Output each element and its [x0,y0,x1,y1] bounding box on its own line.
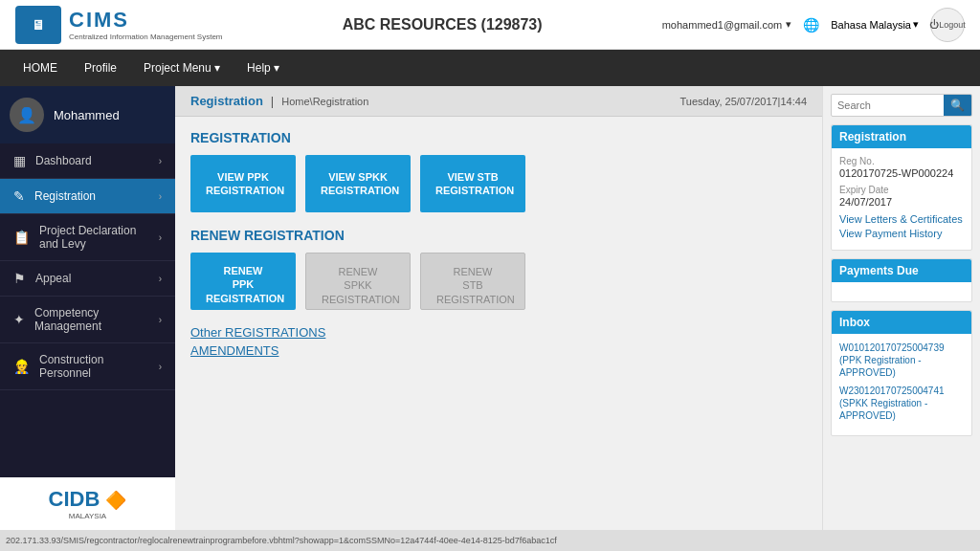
logout-button[interactable]: ⏻ Logout [930,8,965,42]
inbox-item-2[interactable]: W230120170725004741 (SPKK Registration -… [839,385,964,422]
registration-card-body: Reg No. 0120170725-WP000224 Expiry Date … [832,148,971,250]
sidebar-item-project-declaration[interactable]: 📋 Project Declarationand Levy › [0,214,175,261]
payments-due-header: Payments Due [832,259,971,282]
chevron-right-icon-5: › [159,315,162,325]
sidebar-item-competency[interactable]: ✦ CompetencyManagement › [0,297,175,343]
renew-spkk-button: RENEWSPKKREGISTRATION [305,253,411,310]
breadcrumb-bar: Registration | Home\Registration Tuesday… [175,86,822,117]
username-label: Mohammed [54,108,120,122]
user-profile: 👤 Mohammed [0,86,175,143]
registration-section-title: REGISTRATION [190,130,807,145]
payments-due-body [832,282,971,301]
sidebar-registration-label: Registration [34,189,96,203]
registration-icon: ✎ [13,188,25,204]
dropdown-arrow-icon: ▾ [786,18,791,31]
view-stb-button[interactable]: VIEW STBREGISTRATION [420,155,525,212]
breadcrumb: Registration | Home\Registration [190,94,368,108]
sidebar-item-construction[interactable]: 👷 Construction Personnel › [0,343,175,390]
other-links: Other REGISTRATIONS AMENDMENTS [190,325,807,358]
view-ppk-button[interactable]: VIEW PPKREGISTRATION [190,155,296,212]
nav-home[interactable]: HOME [10,54,71,82]
breadcrumb-date: Tuesday, 25/07/2017|14:44 [679,96,807,107]
nav-help[interactable]: Help ▾ [234,54,293,82]
search-box: 🔍 [831,94,972,117]
sidebar-item-appeal[interactable]: ⚑ Appeal › [0,261,175,297]
top-header: 🖥 CIMS Centralized Information Managemen… [0,0,980,50]
main-layout: 👤 Mohammed ▦ Dashboard › ✎ Registration … [0,86,980,530]
project-icon: 📋 [13,230,30,245]
avatar: 👤 [10,98,44,132]
inbox-card: Inbox W010120170725004739 (PPK Registrat… [831,310,972,436]
registration-card-header: Registration [832,125,971,148]
sidebar-item-dashboard[interactable]: ▦ Dashboard › [0,143,175,179]
reg-no-label: Reg No. [839,156,964,166]
logo-text: CIMS Centralized Information Management … [69,8,223,41]
registration-info-card: Registration Reg No. 0120170725-WP000224… [831,124,972,251]
chevron-right-icon-4: › [159,274,162,284]
inbox-body: W010120170725004739 (PPK Registration - … [832,334,971,435]
language-dropdown[interactable]: Bahasa Malaysia ▾ [831,18,919,31]
appeal-icon: ⚑ [13,271,26,286]
chevron-right-icon-6: › [159,362,162,372]
amendments-link[interactable]: AMENDMENTS [190,343,807,358]
sidebar-construction-label: Construction Personnel [39,353,159,380]
renew-section-title: RENEW REGISTRATION [190,228,807,243]
renew-ppk-button[interactable]: RENEWPPKREGISTRATION [190,253,296,310]
globe-icon: 🌐 [803,17,819,33]
status-bar: 202.171.33.93/SMIS/regcontractor/regloca… [0,530,980,551]
lang-dropdown-arrow-icon: ▾ [913,18,919,31]
view-letters-link[interactable]: View Letters & Certificates [839,213,964,225]
page-title: ABC RESOURCES (129873) [343,16,543,33]
renew-stb-button: RENEWSTBREGISTRATION [420,253,525,310]
cidb-sub: MALAYSIA [49,512,127,520]
sidebar-project-label: Project Declarationand Levy [39,224,136,251]
content-area: Registration | Home\Registration Tuesday… [175,86,822,530]
breadcrumb-path: Home\Registration [281,96,368,107]
email-text: mohammed1@gmail.com [662,19,783,31]
logo-box: 🖥 [15,6,61,44]
expiry-value: 24/07/2017 [839,196,964,208]
reg-no-value: 0120170725-WP000224 [839,167,964,179]
dashboard-icon: ▦ [13,153,26,168]
nav-profile[interactable]: Profile [71,54,130,82]
sidebar-dashboard-label: Dashboard [35,154,92,167]
view-spkk-button[interactable]: VIEW SPKKREGISTRATION [305,155,411,212]
sidebar-item-registration[interactable]: ✎ Registration › [0,179,175,214]
search-input[interactable] [832,96,944,115]
sidebar-competency-label: CompetencyManagement [34,306,101,333]
construction-icon: 👷 [13,359,30,374]
cims-title: CIMS [69,8,223,33]
main-content-body: REGISTRATION VIEW PPKREGISTRATION VIEW S… [175,117,822,371]
logo-area: 🖥 CIMS Centralized Information Managemen… [15,6,223,44]
language-text: Bahasa Malaysia [831,19,911,31]
cidb-text: CIDB 🔶 [49,487,127,512]
payments-due-card: Payments Due [831,258,972,302]
breadcrumb-title: Registration [190,94,263,108]
view-payment-link[interactable]: View Payment History [839,228,964,239]
header-right: mohammed1@gmail.com ▾ 🌐 Bahasa Malaysia … [662,8,965,42]
cidb-logo: CIDB 🔶 MALAYSIA [0,477,175,530]
nav-project-menu[interactable]: Project Menu ▾ [130,54,234,82]
sidebar: 👤 Mohammed ▦ Dashboard › ✎ Registration … [0,86,175,530]
other-registrations-link[interactable]: Other REGISTRATIONS [190,325,807,340]
inbox-item-1[interactable]: W010120170725004739 (PPK Registration - … [839,342,964,379]
inbox-header: Inbox [832,311,971,334]
chevron-right-icon-3: › [159,232,162,243]
logo-icon: 🖥 [32,17,45,33]
registration-buttons-row: VIEW PPKREGISTRATION VIEW SPKKREGISTRATI… [190,155,807,212]
nav-bar: HOME Profile Project Menu ▾ Help ▾ [0,50,980,86]
chevron-right-icon: › [159,156,162,166]
renew-buttons-row: RENEWPPKREGISTRATION RENEWSPKKREGISTRATI… [190,253,807,310]
search-button[interactable]: 🔍 [944,95,971,116]
right-panel: 🔍 Registration Reg No. 0120170725-WP0002… [822,86,980,530]
status-url: 202.171.33.93/SMIS/regcontractor/regloca… [6,536,557,545]
chevron-right-icon-2: › [159,191,162,202]
email-dropdown[interactable]: mohammed1@gmail.com ▾ [662,18,792,31]
logout-label: Logout [939,20,966,30]
cims-subtitle: Centralized Information Management Syste… [69,33,223,41]
sidebar-appeal-label: Appeal [35,272,71,285]
expiry-label: Expiry Date [839,185,964,195]
competency-icon: ✦ [13,312,25,327]
logout-icon: ⏻ [929,19,939,30]
